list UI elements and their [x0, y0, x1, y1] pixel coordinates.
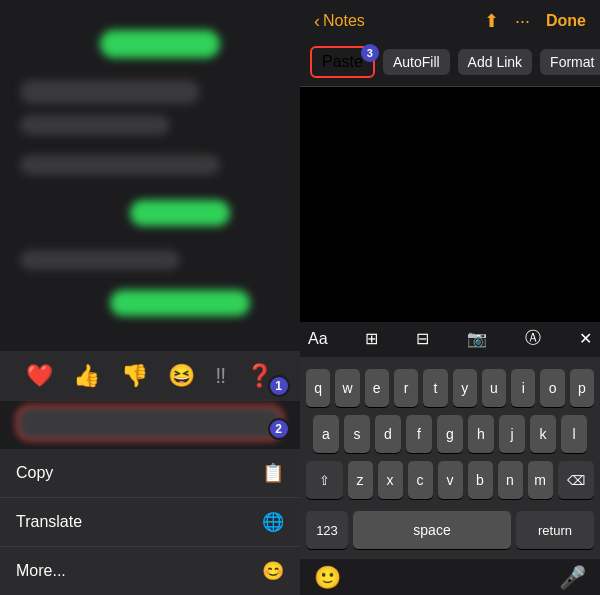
keyboard-toolbar: Aa ⊞ ⊟ 📷 Ⓐ ✕: [300, 322, 600, 357]
key-o[interactable]: o: [540, 369, 564, 407]
more-label: More...: [16, 562, 66, 580]
key-g[interactable]: g: [437, 415, 463, 453]
close-keyboard-tool[interactable]: ✕: [579, 329, 592, 348]
chat-bubble-green-3: [110, 290, 250, 316]
reaction-thumbsdown[interactable]: 👎: [121, 363, 148, 389]
badge-1: 1: [268, 375, 290, 397]
paste-button[interactable]: Paste 3: [310, 46, 375, 78]
key-i[interactable]: i: [511, 369, 535, 407]
key-v[interactable]: v: [438, 461, 463, 499]
keyboard-bottom-row: 123 space return: [304, 511, 596, 555]
key-c[interactable]: c: [408, 461, 433, 499]
table-tool[interactable]: ⊟: [416, 329, 429, 348]
keyboard-row-2: a s d f g h j k l: [306, 415, 594, 453]
list-tool[interactable]: ⊞: [365, 329, 378, 348]
key-space[interactable]: space: [353, 511, 511, 549]
chat-bubble-green-2: [130, 200, 230, 226]
key-l[interactable]: l: [561, 415, 587, 453]
key-123[interactable]: 123: [306, 511, 348, 549]
chat-bubble-green-1: [100, 30, 220, 58]
key-r[interactable]: r: [394, 369, 418, 407]
key-w[interactable]: w: [335, 369, 359, 407]
back-button[interactable]: ‹ Notes: [314, 11, 365, 32]
format-label: Format: [550, 54, 594, 70]
translate-icon: 🌐: [262, 511, 284, 533]
keyboard-row-1: q w e r t y u i o p: [306, 369, 594, 407]
key-j[interactable]: j: [499, 415, 525, 453]
font-size-tool[interactable]: Aa: [308, 330, 328, 348]
back-chevron-icon: ‹: [314, 11, 320, 32]
key-shift[interactable]: ⇧: [306, 461, 343, 499]
copy-label: Copy: [16, 464, 53, 482]
key-b[interactable]: b: [468, 461, 493, 499]
key-h[interactable]: h: [468, 415, 494, 453]
editor-toolbar: Paste 3 AutoFill Add Link Format: [300, 38, 600, 87]
more-icon: 😊: [262, 560, 284, 582]
key-x[interactable]: x: [378, 461, 403, 499]
key-k[interactable]: k: [530, 415, 556, 453]
emoji-icon[interactable]: 🙂: [314, 565, 341, 591]
left-panel: ❤️ 👍 👎 😆 ‼️ ❓ 1 Copy 📋 Translate 🌐 More.…: [0, 0, 300, 595]
reaction-haha[interactable]: 😆: [168, 363, 195, 389]
context-menu: Copy 📋 Translate 🌐 More... 😊: [0, 449, 300, 595]
context-menu-more[interactable]: More... 😊: [0, 546, 300, 595]
translate-label: Translate: [16, 513, 82, 531]
scribble-tool[interactable]: Ⓐ: [525, 328, 541, 349]
emoji-bar: ❤️ 👍 👎 😆 ‼️ ❓: [0, 351, 300, 401]
key-p[interactable]: p: [570, 369, 594, 407]
key-d[interactable]: d: [375, 415, 401, 453]
key-q[interactable]: q: [306, 369, 330, 407]
back-label: Notes: [323, 12, 365, 30]
autofill-button[interactable]: AutoFill: [383, 49, 450, 75]
microphone-icon[interactable]: 🎤: [559, 565, 586, 591]
chat-bubble-dark-4: [20, 250, 180, 270]
add-link-label: Add Link: [468, 54, 522, 70]
context-menu-copy[interactable]: Copy 📋: [0, 449, 300, 497]
key-e[interactable]: e: [365, 369, 389, 407]
badge-3: 3: [361, 44, 379, 62]
key-return[interactable]: return: [516, 511, 594, 549]
bottom-icons-bar: 🙂 🎤: [300, 559, 600, 595]
format-button[interactable]: Format: [540, 49, 600, 75]
paste-wrapper: Paste 3: [310, 46, 375, 78]
key-s[interactable]: s: [344, 415, 370, 453]
autofill-label: AutoFill: [393, 54, 440, 70]
reaction-thumbsup[interactable]: 👍: [73, 363, 100, 389]
chat-bubble-dark-1: [20, 80, 200, 104]
context-menu-area: ❤️ 👍 👎 😆 ‼️ ❓ 1 Copy 📋 Translate 🌐 More.…: [0, 351, 300, 595]
key-t[interactable]: t: [423, 369, 447, 407]
message-preview-selected: [16, 405, 284, 441]
notes-content-area[interactable]: [300, 87, 600, 322]
key-a[interactable]: a: [313, 415, 339, 453]
copy-icon: 📋: [262, 462, 284, 484]
done-button[interactable]: Done: [546, 12, 586, 30]
key-u[interactable]: u: [482, 369, 506, 407]
paste-label: Paste: [322, 53, 363, 70]
keyboard: q w e r t y u i o p a s d f g h j k: [300, 357, 600, 559]
nav-right-buttons: ⬆ ··· Done: [484, 10, 586, 32]
key-delete[interactable]: ⌫: [558, 461, 595, 499]
key-z[interactable]: z: [348, 461, 373, 499]
key-f[interactable]: f: [406, 415, 432, 453]
badge-2: 2: [268, 418, 290, 440]
key-m[interactable]: m: [528, 461, 553, 499]
reaction-exclaim[interactable]: ‼️: [215, 363, 226, 389]
right-panel: ‹ Notes ⬆ ··· Done Paste 3 AutoFill Add …: [300, 0, 600, 595]
context-menu-translate[interactable]: Translate 🌐: [0, 497, 300, 546]
key-n[interactable]: n: [498, 461, 523, 499]
reaction-heart[interactable]: ❤️: [26, 363, 53, 389]
add-link-button[interactable]: Add Link: [458, 49, 532, 75]
top-nav: ‹ Notes ⬆ ··· Done: [300, 0, 600, 38]
chat-bubble-dark-3: [20, 155, 220, 175]
more-options-icon[interactable]: ···: [515, 11, 530, 32]
key-y[interactable]: y: [453, 369, 477, 407]
keyboard-rows: q w e r t y u i o p a s d f g h j k: [304, 365, 596, 503]
camera-tool[interactable]: 📷: [467, 329, 487, 348]
share-icon[interactable]: ⬆: [484, 10, 499, 32]
keyboard-row-3: ⇧ z x c v b n m ⌫: [306, 461, 594, 499]
chat-bubble-dark-2: [20, 115, 170, 135]
